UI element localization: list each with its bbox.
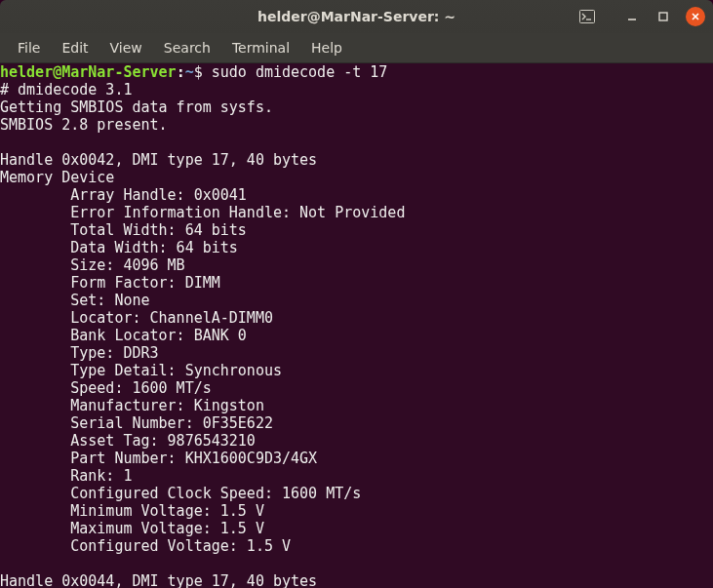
output-line: Handle 0x0042, DMI type 17, 40 bytes [0, 151, 317, 169]
window-controls [623, 7, 705, 26]
menu-search[interactable]: Search [154, 36, 220, 59]
svg-rect-3 [659, 13, 667, 20]
output-line: Error Information Handle: Not Provided [0, 204, 405, 221]
output-line: Part Number: KHX1600C9D3/4GX [0, 450, 317, 467]
output-line: Memory Device [0, 169, 114, 186]
output-line: Manufacturer: Kingston [0, 397, 264, 414]
output-line: Getting SMBIOS data from sysfs. [0, 98, 273, 116]
maximize-button[interactable] [654, 8, 672, 25]
output-line: Size: 4096 MB [0, 256, 185, 274]
output-line: Total Width: 64 bits [0, 221, 247, 239]
output-line: Serial Number: 0F35E622 [0, 414, 273, 432]
menu-file[interactable]: File [8, 36, 50, 59]
output-line: Handle 0x0044, DMI type 17, 40 bytes [0, 572, 317, 588]
prompt-colon: : [177, 63, 185, 81]
menubar: File Edit View Search Terminal Help [0, 33, 713, 63]
output-line: Set: None [0, 292, 150, 309]
output-line: Maximum Voltage: 1.5 V [0, 520, 264, 537]
menu-view[interactable]: View [100, 36, 152, 59]
minimize-button[interactable] [623, 8, 641, 25]
window-titlebar: helder@MarNar-Server: ~ [0, 0, 713, 33]
output-line: Array Handle: 0x0041 [0, 186, 247, 204]
terminal-launcher-icon [578, 8, 596, 25]
prompt-symbol: $ [194, 63, 212, 81]
output-line: Rank: 1 [0, 467, 132, 485]
prompt-path: ~ [185, 63, 194, 81]
menu-edit[interactable]: Edit [52, 36, 98, 59]
window-title: helder@MarNar-Server: ~ [0, 9, 713, 24]
prompt-userhost: helder@MarNar-Server [0, 63, 177, 81]
output-line: Speed: 1600 MT/s [0, 379, 212, 397]
output-line: Bank Locator: BANK 0 [0, 327, 247, 344]
output-line: Minimum Voltage: 1.5 V [0, 502, 264, 520]
command-text: sudo dmidecode -t 17 [212, 63, 388, 81]
output-line: Type: DDR3 [0, 344, 159, 362]
output-line: Data Width: 64 bits [0, 239, 238, 256]
svg-rect-0 [580, 11, 595, 23]
close-button[interactable] [686, 7, 705, 26]
output-line: # dmidecode 3.1 [0, 81, 132, 98]
output-line: Form Factor: DIMM [0, 274, 220, 292]
output-line: Type Detail: Synchronous [0, 362, 282, 379]
output-line: Configured Clock Speed: 1600 MT/s [0, 485, 361, 502]
output-line: SMBIOS 2.8 present. [0, 116, 168, 134]
output-line: Asset Tag: 9876543210 [0, 432, 256, 450]
output-line: Locator: ChannelA-DIMM0 [0, 309, 273, 327]
menu-terminal[interactable]: Terminal [222, 36, 299, 59]
menu-help[interactable]: Help [301, 36, 352, 59]
output-line: Configured Voltage: 1.5 V [0, 537, 291, 555]
terminal-viewport[interactable]: helder@MarNar-Server:~$ sudo dmidecode -… [0, 63, 713, 588]
